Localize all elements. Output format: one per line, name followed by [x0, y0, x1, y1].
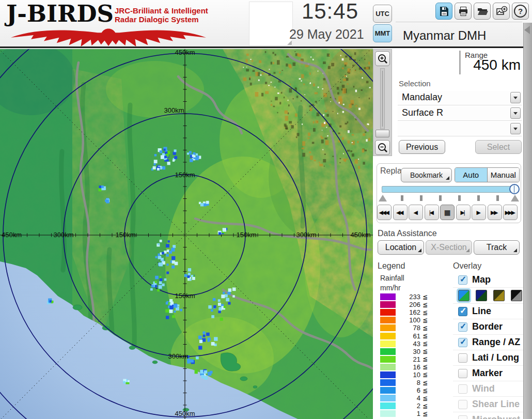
print-icon: [457, 5, 470, 18]
utc-button[interactable]: UTC: [373, 5, 392, 23]
replay-slider-track[interactable]: [382, 186, 517, 193]
checkbox: [458, 400, 467, 409]
zoom-out-button[interactable]: [375, 140, 390, 155]
save-button[interactable]: [435, 3, 452, 20]
previous-button[interactable]: Previous: [399, 140, 445, 154]
slider-tick: [496, 195, 499, 201]
checkbox[interactable]: [458, 307, 467, 316]
clock-date: 29 May 2021: [289, 27, 364, 42]
add-image-button[interactable]: [493, 3, 510, 20]
overlay-label: Overlay: [453, 261, 481, 271]
panel-collapse-icon[interactable]: [524, 26, 530, 34]
forward-fastest-button[interactable]: ▶▶▶: [503, 205, 518, 220]
legend-color-swatch: [380, 402, 396, 409]
playback-controls: ◀◀◀ ◀◀ ◀ |◀ ■ ▶| ▶ ▶▶ ▶▶▶: [377, 205, 518, 220]
svg-text:300km: 300km: [164, 106, 184, 114]
zoom-slider-track[interactable]: [380, 68, 385, 129]
tagline-line2: Radar Dialogic System: [115, 15, 208, 24]
map-style-option-4[interactable]: [511, 290, 522, 301]
track-button[interactable]: Track: [474, 240, 520, 255]
checkbox: [458, 415, 467, 419]
product-dropdown-button[interactable]: [510, 107, 521, 119]
overlay-item-line[interactable]: Line: [453, 304, 523, 319]
legend-item: 78≦: [380, 324, 428, 332]
zoom-slider-handle[interactable]: [375, 130, 389, 137]
overlay-item-lati-long[interactable]: Lati / Long: [453, 350, 523, 366]
radar-map[interactable]: 450km 300km 150km 450km 300km 150km 150k…: [0, 48, 373, 419]
forward-fast-button[interactable]: ▶▶: [488, 205, 502, 220]
manual-button[interactable]: Manual: [488, 168, 520, 182]
range-value: 450 km: [473, 57, 521, 73]
slider-tick: [458, 195, 461, 201]
bookmark-button[interactable]: Bookmark: [401, 168, 452, 182]
overlay-item-marker[interactable]: Marker: [453, 366, 523, 381]
site-dropdown[interactable]: Mandalay: [398, 91, 522, 105]
tagline-line1: JRC-Brilliant & Intelligent: [115, 6, 208, 15]
stop-button[interactable]: ■: [440, 205, 455, 220]
legend-color-swatch: [380, 379, 396, 386]
step-forward-button[interactable]: ▶|: [456, 205, 471, 220]
site-dropdown-button[interactable]: [510, 92, 521, 103]
svg-text:300km: 300km: [296, 231, 316, 239]
play-button[interactable]: ▶: [472, 205, 486, 220]
auto-button[interactable]: Auto: [455, 168, 488, 182]
map-zoom-control: [373, 49, 392, 156]
overlay-item-microburst: Microburst: [453, 412, 523, 419]
slider-tick: [477, 195, 480, 201]
legend-item: 43≦: [380, 340, 428, 348]
legend-item: 1≦: [380, 410, 428, 417]
legend-color-swatch: [380, 395, 396, 401]
option-dropdown[interactable]: [398, 122, 522, 136]
checkbox[interactable]: [458, 322, 467, 332]
panel-edge-strip[interactable]: [523, 23, 532, 419]
overlay-item-map[interactable]: Map: [453, 272, 523, 288]
step-back-button[interactable]: |◀: [425, 205, 439, 220]
zoom-in-button[interactable]: [375, 51, 390, 66]
image-plus-icon: [495, 5, 508, 18]
checkbox[interactable]: [458, 369, 467, 378]
map-style-option-3[interactable]: [493, 290, 505, 301]
rewind-fast-button[interactable]: ◀◀: [393, 205, 408, 220]
slider-start-marker-icon: [379, 195, 387, 201]
legend-unit-line1: Rainfall: [380, 274, 404, 282]
range-divider: [460, 51, 460, 74]
overlay-item-range-az[interactable]: Range / AZ: [453, 335, 523, 350]
open-folder-button[interactable]: [474, 3, 491, 20]
svg-text:450km: 450km: [350, 231, 370, 239]
svg-text:450km: 450km: [2, 231, 22, 239]
product-dropdown[interactable]: Surface R: [398, 106, 522, 121]
overlay-item-shear-line: Shear Line: [453, 397, 523, 412]
product-dropdown-value: Surface R: [402, 107, 443, 118]
xsection-button[interactable]: X-Section: [426, 240, 472, 255]
checkbox[interactable]: [458, 338, 467, 347]
folder-open-icon: [476, 5, 489, 18]
zoom-out-icon: [377, 142, 389, 154]
svg-text:450km: 450km: [175, 410, 195, 417]
replay-mode-toggle: Auto Manual: [455, 167, 520, 182]
map-style-option-1[interactable]: [458, 290, 470, 301]
checkbox: [458, 384, 467, 394]
legend-item: 16≦: [380, 363, 428, 371]
mmt-button[interactable]: MMT: [373, 24, 392, 42]
app-logo-tagline: JRC-Brilliant & Intelligent Radar Dialog…: [115, 6, 208, 24]
jbirds-app: J-BIRDS JRC-Brilliant & Intelligent Rada…: [0, 0, 532, 419]
rewind-fastest-button[interactable]: ◀◀◀: [377, 205, 392, 220]
checkbox[interactable]: [458, 275, 467, 285]
overlay-item-border[interactable]: Border: [453, 319, 523, 335]
option-dropdown-button[interactable]: [510, 123, 521, 134]
chevron-down-icon: [513, 97, 518, 99]
replay-slider-handle[interactable]: [509, 184, 520, 194]
legend-item: 162≦: [380, 308, 428, 316]
play-reverse-button[interactable]: ◀: [409, 205, 423, 220]
print-button[interactable]: [455, 3, 472, 20]
checkbox[interactable]: [458, 353, 467, 363]
eagle-logo-icon: [7, 25, 210, 46]
map-style-option-2[interactable]: [476, 290, 487, 301]
help-button[interactable]: ?: [512, 3, 529, 20]
legend-color-swatch: [380, 309, 396, 316]
location-button[interactable]: Location: [378, 240, 424, 255]
map-style-selector: [453, 288, 523, 304]
panel-divider: [396, 22, 522, 22]
help-icon: ?: [514, 5, 527, 18]
select-button[interactable]: Select: [475, 140, 522, 154]
